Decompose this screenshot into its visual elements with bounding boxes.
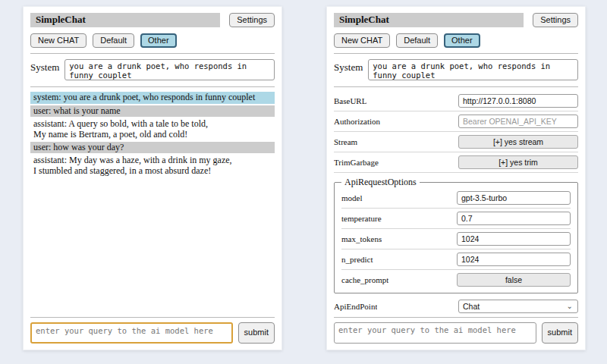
setting-row-authorization: Authorization [334, 111, 578, 132]
authorization-input[interactable] [458, 115, 578, 128]
divider [334, 53, 578, 54]
system-label: System [30, 59, 59, 74]
app-title: SimpleChat [334, 13, 524, 27]
cache-prompt-toggle-button[interactable]: false [457, 273, 571, 287]
session-tab-other[interactable]: Other [140, 33, 177, 48]
setting-row-trimgarbage: TrimGarbage[+] yes trim [334, 152, 578, 173]
setting-label-authorization: Authorization [334, 117, 380, 126]
session-tab-default[interactable]: Default [396, 33, 438, 48]
setting-label-baseurl: BaseURL [334, 96, 366, 105]
chat-panel-header: SimpleChat Settings [30, 13, 275, 27]
system-prompt-input[interactable]: you are a drunk poet, who responds in fu… [368, 59, 578, 80]
api-request-options-fieldset: ApiRequestOptions modeltemperaturemax_to… [334, 177, 578, 293]
session-toolbar: New CHAT Default Other [30, 33, 275, 48]
settings-list: BaseURLAuthorizationStream[+] yes stream… [334, 91, 578, 314]
settings-panel-header: SimpleChat Settings [334, 13, 578, 27]
setting-label-temperature: temperature [341, 214, 382, 223]
settings-button[interactable]: Settings [533, 13, 578, 27]
settings-bottom-rows: ApiEndPointChat⌄ChatHistoryInCtxtLast1⌄C… [334, 297, 578, 314]
max-tokens-input[interactable] [457, 232, 571, 246]
chat-panel: SimpleChat Settings New CHAT Default Oth… [23, 6, 282, 350]
query-row: submit [334, 322, 578, 344]
model-input[interactable] [457, 191, 571, 205]
settings-top-rows: BaseURLAuthorizationStream[+] yes stream… [334, 91, 578, 173]
system-prompt-row: System you are a drunk poet, who respond… [30, 59, 275, 80]
stream-toggle-button[interactable]: [+] yes stream [458, 135, 578, 149]
session-tab-default[interactable]: Default [93, 33, 134, 48]
divider [30, 53, 275, 54]
n-predict-input[interactable] [457, 253, 571, 266]
app-title: SimpleChat [30, 13, 220, 27]
settings-button[interactable]: Settings [229, 13, 275, 27]
divider [334, 86, 578, 87]
setting-row-stream: Stream[+] yes stream [334, 132, 578, 152]
api-request-options-rows: modeltemperaturemax_tokensn_predictcache… [341, 188, 571, 290]
setting-row-apiendpoint: ApiEndPointChat⌄ [334, 297, 578, 314]
system-label: System [334, 59, 363, 74]
setting-label-trimgarbage: TrimGarbage [334, 158, 379, 167]
setting-label-model: model [341, 193, 363, 202]
setting-label-stream: Stream [334, 137, 357, 146]
setting-label-cache-prompt: cache_prompt [341, 275, 388, 284]
submit-button[interactable]: submit [238, 322, 275, 344]
query-row: submit [30, 322, 275, 344]
chat-messages: system: you are a drunk poet, who respon… [30, 92, 275, 314]
baseurl-input[interactable] [458, 94, 578, 108]
new-chat-button[interactable]: New CHAT [30, 33, 86, 48]
temperature-input[interactable] [457, 212, 571, 225]
system-prompt-input[interactable]: you are a drunk poet, who responds in fu… [64, 59, 275, 80]
session-tab-other[interactable]: Other [444, 33, 480, 48]
chat-message-assistant: assistant: My day was a haze, with a dri… [30, 155, 275, 177]
divider [30, 317, 275, 318]
divider [30, 86, 275, 87]
chat-message-system: system: you are a drunk poet, who respon… [30, 92, 275, 103]
query-input[interactable] [334, 322, 536, 344]
apiendpoint-selected-value: Chat [463, 302, 480, 311]
api-request-options-legend: ApiRequestOptions [341, 177, 420, 188]
chat-message-user: user: what is your name [30, 105, 275, 117]
settings-panel: SimpleChat Settings New CHAT Default Oth… [326, 6, 586, 350]
setting-label-n-predict: n_predict [341, 255, 373, 264]
submit-button[interactable]: submit [542, 322, 578, 344]
session-toolbar: New CHAT Default Other [334, 33, 578, 48]
setting-label-max-tokens: max_tokens [341, 234, 382, 243]
setting-row-max-tokens: max_tokens [341, 229, 571, 249]
setting-row-cache-prompt: cache_promptfalse [341, 270, 571, 290]
setting-row-n-predict: n_predict [341, 249, 571, 270]
chat-message-user: user: how was your day? [30, 142, 275, 153]
setting-row-baseurl: BaseURL [334, 91, 578, 111]
query-input[interactable] [30, 322, 233, 344]
chevron-down-icon: ⌄ [567, 304, 573, 309]
trimgarbage-toggle-button[interactable]: [+] yes trim [458, 155, 578, 169]
setting-label-apiendpoint: ApiEndPoint [334, 302, 377, 311]
divider [334, 317, 578, 318]
setting-row-temperature: temperature [341, 209, 571, 229]
apiendpoint-select[interactable]: Chat⌄ [458, 300, 578, 313]
chat-message-assistant: assistant: A query so bold, with a tale … [30, 118, 275, 140]
system-prompt-row: System you are a drunk poet, who respond… [334, 59, 578, 80]
new-chat-button[interactable]: New CHAT [334, 33, 390, 48]
setting-row-model: model [341, 188, 571, 209]
